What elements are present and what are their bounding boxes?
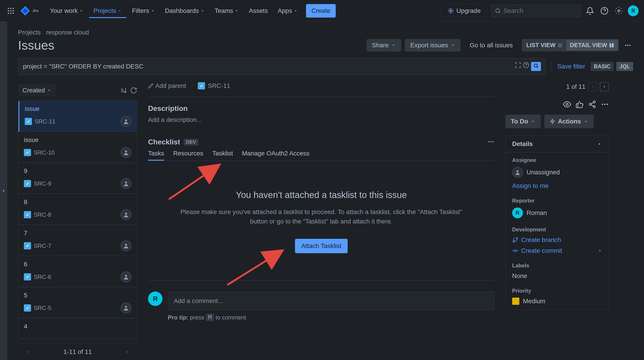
svg-point-7 — [10, 13, 11, 14]
create-branch-link[interactable]: Create branch — [512, 236, 602, 244]
expand-icon[interactable] — [515, 62, 521, 68]
settings-icon[interactable] — [614, 6, 624, 16]
share-icon[interactable] — [588, 100, 596, 108]
search-input[interactable] — [503, 7, 577, 15]
nav-projects[interactable]: Projects — [89, 4, 126, 18]
help-icon[interactable] — [599, 6, 610, 16]
svg-point-9 — [450, 10, 452, 12]
nav-teams[interactable]: Teams — [210, 4, 244, 18]
issue-card[interactable]: 5 SRC-5 — [18, 287, 137, 318]
jql-query-input[interactable]: project = "SRC" ORDER BY created DESC — [18, 58, 546, 75]
issue-card[interactable]: 4 — [18, 318, 137, 339]
nav-your-work[interactable]: Your work — [46, 4, 88, 18]
issue-key-link[interactable]: SRC-11 — [198, 82, 230, 89]
empty-state-title: You haven't attached a tasklist to this … — [175, 190, 468, 200]
labels-value[interactable]: None — [512, 272, 602, 280]
jql-mode-badge[interactable]: JQL — [616, 62, 633, 71]
issue-card[interactable]: issue SRC-11 — [18, 101, 137, 132]
share-button[interactable]: Share — [366, 39, 402, 52]
comment-input[interactable]: Add a comment... — [168, 291, 494, 310]
status-dropdown[interactable]: To Do — [506, 115, 541, 128]
export-issues-button[interactable]: Export issues — [405, 39, 460, 52]
user-avatar[interactable]: R — [628, 6, 638, 16]
add-parent-button[interactable]: Add parent — [148, 82, 186, 89]
svg-point-34 — [589, 103, 591, 105]
basic-mode-badge[interactable]: BASIC — [591, 62, 614, 71]
chevron-up-icon — [597, 141, 602, 147]
svg-point-35 — [593, 106, 596, 108]
assign-to-me-link[interactable]: Assign to me — [512, 182, 602, 190]
list-view-toggle[interactable]: LIST VIEW — [523, 40, 566, 51]
tab-resources[interactable]: Resources — [173, 150, 204, 161]
go-to-all-issues-link[interactable]: Go to all issues — [464, 39, 518, 52]
branch-icon — [512, 237, 518, 243]
details-panel-header[interactable]: Details — [506, 136, 608, 152]
unassigned-avatar-icon — [120, 303, 132, 313]
svg-point-2 — [12, 8, 14, 9]
sidebar-expand-toggle[interactable] — [0, 22, 7, 360]
issue-card[interactable]: 8 SRC-8 — [18, 194, 137, 225]
issue-card[interactable]: 7 SRC-7 — [18, 225, 137, 256]
svg-point-3 — [8, 10, 9, 11]
vote-icon[interactable] — [576, 100, 584, 108]
tab-tasklist[interactable]: Tasklist — [212, 150, 233, 161]
breadcrumb-projects[interactable]: Projects — [18, 29, 41, 36]
task-icon — [24, 304, 31, 312]
pager-next-button[interactable] — [600, 82, 609, 91]
sort-direction-icon[interactable] — [120, 87, 127, 94]
watch-icon[interactable] — [563, 100, 571, 108]
svg-point-10 — [496, 9, 500, 12]
jira-logo[interactable]: Jira — [20, 6, 38, 16]
svg-line-37 — [591, 102, 593, 104]
issue-card[interactable]: 6 SRC-6 — [18, 256, 137, 287]
attach-tasklist-button[interactable]: Attach Tasklist — [295, 239, 348, 253]
svg-point-16 — [627, 45, 628, 46]
sort-dropdown[interactable]: Created — [18, 84, 56, 97]
issue-card[interactable]: issue SRC-10 — [18, 132, 137, 163]
svg-point-43 — [516, 238, 518, 239]
global-search[interactable] — [491, 5, 581, 17]
prev-page-button[interactable] — [24, 347, 32, 356]
task-icon — [25, 118, 32, 125]
description-placeholder[interactable]: Add a description... — [148, 116, 494, 123]
assignee-value[interactable]: Unassigned — [512, 167, 602, 178]
next-page-button[interactable] — [123, 347, 132, 356]
nav-apps[interactable]: Apps — [273, 4, 302, 18]
refresh-icon[interactable] — [130, 87, 137, 94]
notifications-icon[interactable] — [584, 6, 596, 16]
svg-point-28 — [490, 141, 492, 142]
tab-manage-oauth[interactable]: Manage OAuth2 Access — [242, 150, 310, 161]
nav-dashboards[interactable]: Dashboards — [160, 4, 209, 18]
upgrade-button[interactable]: Upgrade — [441, 4, 488, 18]
nav-filters[interactable]: Filters — [127, 4, 159, 18]
run-query-button[interactable] — [531, 62, 541, 71]
task-icon — [24, 180, 31, 187]
query-help-icon[interactable] — [523, 62, 529, 68]
svg-point-12 — [618, 10, 620, 12]
issue-pager-text: 1 of 11 — [566, 83, 586, 90]
more-options-icon[interactable] — [622, 40, 633, 51]
breadcrumb-project-name[interactable]: response cloud — [46, 29, 89, 36]
svg-point-33 — [593, 101, 596, 103]
unassigned-avatar-icon — [512, 167, 523, 178]
nav-assets[interactable]: Assets — [244, 4, 272, 18]
svg-point-25 — [125, 275, 127, 277]
actions-dropdown[interactable]: Actions — [544, 115, 594, 128]
empty-state-body: Please make sure you've attached a taskl… — [175, 207, 468, 226]
issue-actions-icon[interactable] — [601, 100, 609, 108]
svg-point-17 — [629, 45, 630, 46]
create-commit-link[interactable]: Create commit — [512, 247, 602, 254]
create-button[interactable]: Create — [306, 4, 336, 18]
checklist-more-icon[interactable] — [488, 138, 494, 146]
detail-view-toggle[interactable]: DETAIL VIEW — [566, 40, 618, 51]
svg-point-20 — [125, 119, 127, 121]
unassigned-avatar-icon — [120, 116, 132, 127]
priority-value[interactable]: Medium — [512, 298, 602, 305]
save-filter-link[interactable]: Save filter — [557, 63, 585, 70]
tab-tasks[interactable]: Tasks — [148, 150, 164, 161]
reporter-value[interactable]: R Roman — [512, 208, 602, 218]
pager-prev-button[interactable] — [588, 82, 597, 91]
issue-card[interactable]: 9 SRC-9 — [18, 163, 137, 194]
app-switcher-icon[interactable] — [6, 6, 16, 16]
unassigned-avatar-icon — [120, 271, 132, 282]
